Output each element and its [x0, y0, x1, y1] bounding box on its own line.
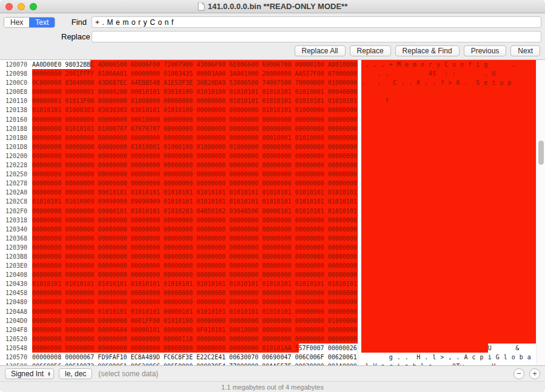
hex-row[interactable]: 12009800000000 2001FFFF 0100AA01 0000000… — [0, 69, 536, 78]
ascii-text[interactable] — [358, 297, 536, 307]
decrease-font-button[interactable]: − — [513, 368, 524, 379]
ascii-text-pre[interactable]: g . . H . l > , . A c p i G l o b a — [361, 353, 531, 362]
hex-row[interactable]: 12013801010101 01000303 03030303 0301010… — [0, 105, 536, 115]
hex-bytes[interactable]: 00000000 00000000 00000000 0001FF00 0101… — [30, 316, 358, 325]
hex-row[interactable]: 120070AA0D00E0 98032BBC 4D006500 6D006F0… — [0, 60, 536, 69]
replace-all-button[interactable]: Replace All — [295, 45, 346, 56]
ascii-text[interactable] — [358, 105, 536, 115]
ascii-text-selection[interactable] — [361, 279, 536, 288]
ascii-text-selection[interactable] — [361, 133, 536, 142]
hex-row[interactable]: 1204A800000000 00000000 01010101 0101010… — [0, 307, 536, 316]
ascii-text[interactable]: l V a r i a b l e 0Tw .U — [358, 362, 536, 366]
hex-bytes-selection[interactable]: 00000000 00000001 00000200 00010101 0301… — [32, 87, 358, 96]
endianness-button[interactable]: le, dec — [59, 368, 92, 379]
hex-row[interactable]: 12027800000000 00000000 00000000 0000000… — [0, 179, 536, 188]
hex-bytes[interactable]: 00000000 00000000 00000000 00000000 0000… — [30, 133, 358, 142]
ascii-text[interactable] — [358, 124, 536, 133]
hex-row[interactable]: 1204F800000000 00000000 00000604 0000010… — [0, 325, 536, 334]
ascii-text[interactable] — [358, 115, 536, 124]
hex-bytes[interactable]: 00000000 00000000 00010101 01010101 0101… — [30, 188, 358, 197]
hex-bytes[interactable]: 01010101 01010101 01010101 01010101 0101… — [30, 279, 358, 288]
replace-and-find-button[interactable]: Replace & Find — [395, 45, 460, 56]
hex-row[interactable]: 12039000000000 00000000 00000000 0000000… — [0, 243, 536, 252]
hex-row[interactable]: 12031800000000 00000000 00000000 0000000… — [0, 216, 536, 225]
hex-row[interactable]: 12048000000000 00000000 00000000 0000000… — [0, 297, 536, 307]
ascii-text-selection[interactable] — [361, 151, 536, 161]
ascii-text-selection[interactable] — [361, 124, 536, 133]
ascii-text[interactable]: . . C . . K . . ? > 6 . S e t u p — [358, 78, 536, 87]
scrollbar-thumb[interactable] — [538, 141, 544, 165]
ascii-text[interactable] — [358, 170, 536, 179]
hex-row[interactable]: 12054800000000 00000000 00000000 0000000… — [0, 344, 536, 353]
hex-bytes-selection[interactable]: 00000001 01013F00 00000000 01000000 0000… — [32, 96, 358, 105]
hex-row[interactable]: 12040800000000 00000000 00000000 0000000… — [0, 270, 536, 279]
ascii-text-selection[interactable] — [361, 234, 536, 243]
hex-bytes-selection[interactable]: 00000000 00000000 00000000 00000000 0000… — [32, 243, 358, 252]
ascii-text[interactable]: . . 45 : : . U — [358, 69, 536, 78]
hex-row[interactable]: 12022800000000 00000000 00000000 0000000… — [0, 161, 536, 170]
ascii-text[interactable] — [358, 207, 536, 216]
ascii-text-selection[interactable] — [361, 261, 536, 270]
hex-bytes-selection[interactable]: 00000000 00000000 00000000 00000000 0000… — [32, 179, 358, 188]
hex-bytes-selection[interactable]: 00000000 00000000 00000000 01010001 0100… — [32, 142, 358, 151]
ascii-text[interactable] — [358, 151, 536, 161]
hex-bytes-selection[interactable]: 00000000 01010101 01000707 07070707 0000… — [32, 124, 358, 133]
hex-bytes[interactable]: 00000000 00000000 01010101 01010101 0000… — [30, 307, 358, 316]
hex-row[interactable]: 12011000000001 01013F00 00000000 0100000… — [0, 96, 536, 105]
ascii-text-selection[interactable] — [361, 170, 536, 179]
mode-text-button[interactable]: Text — [29, 18, 55, 27]
hex-bytes-selection[interactable]: 00000000 00000000 00000000 0001FF00 0101… — [32, 316, 358, 325]
hex-rows[interactable]: 120070AA0D00E0 98032BBC 4D006500 6D006F0… — [0, 60, 536, 365]
hex-bytes[interactable]: 00000000 00000000 00000000 00000000 0000… — [30, 161, 358, 170]
hex-row[interactable]: 1204D000000000 00000000 00000000 0001FF0… — [0, 316, 536, 325]
hex-bytes-selection[interactable]: 01010101 01000303 03030303 03010101 0101… — [32, 105, 358, 115]
hex-bytes[interactable]: 0C000000 83040000 43D687EC A4EBB54B A1E5… — [30, 78, 358, 87]
hex-bytes[interactable]: 00000000 00000000 00000000 00000000 0000… — [30, 151, 358, 161]
hex-bytes-pre[interactable]: AA0D00E0 98032BB — [32, 60, 90, 69]
hex-row[interactable]: 1202C801010101 01010909 09090909 0909090… — [0, 197, 536, 206]
ascii-text-post[interactable]: U & — [488, 344, 520, 353]
hex-row[interactable]: 1202A000000000 00000000 00010101 0101010… — [0, 188, 536, 197]
hex-bytes-selection[interactable]: 00000000 00000000 00000000 00000000 0000… — [32, 234, 358, 243]
hex-bytes-selection[interactable]: 00000000 00000000 00000000 00000000 0000… — [32, 261, 358, 270]
ascii-text-selection[interactable] — [361, 252, 536, 261]
hex-bytes-selection[interactable]: 00000000 00000000 00000000 00000000 0000… — [32, 161, 358, 170]
ascii-text-selection[interactable] — [361, 288, 536, 297]
ascii-text-selection[interactable] — [361, 225, 536, 234]
hex-bytes[interactable]: 00000000 2001FFFF 0100AA01 00000000 0100… — [30, 69, 358, 78]
previous-button[interactable]: Previous — [464, 45, 507, 56]
ascii-text[interactable] — [358, 252, 536, 261]
ascii-text-selection[interactable] — [361, 243, 536, 252]
ascii-text-selection[interactable] — [361, 87, 536, 96]
hex-bytes-selection[interactable]: 00000000 00000000 00010101 01010101 0101… — [32, 188, 358, 197]
increase-font-button[interactable]: + — [529, 368, 540, 379]
replace-input[interactable] — [92, 31, 541, 42]
hex-bytes-selection[interactable]: 00000000 00000000 00000000 00000000 0000… — [32, 216, 358, 225]
ascii-text[interactable] — [358, 179, 536, 188]
ascii-text-selection[interactable] — [361, 115, 536, 124]
close-button[interactable] — [5, 3, 13, 10]
hex-bytes[interactable]: 00000000 00000000 00000101 01010101 0101… — [30, 207, 358, 216]
ascii-text[interactable]: .U & — [358, 344, 536, 353]
ascii-text[interactable] — [358, 216, 536, 225]
ascii-text-selection[interactable] — [361, 216, 536, 225]
next-button[interactable]: Next — [510, 45, 540, 56]
hex-row[interactable]: 12020000000000 00000000 00000000 0000000… — [0, 151, 536, 161]
hex-bytes-selection[interactable]: 00000000 00000000 00000000 00000000 0000… — [32, 133, 358, 142]
find-input[interactable] — [92, 16, 541, 28]
minimize-button[interactable] — [18, 3, 25, 10]
hex-bytes-selection[interactable]: 00000000 00000000 00000000 00000000 0000… — [32, 288, 358, 297]
ascii-text-selection[interactable] — [361, 325, 536, 334]
hex-bytes-selection[interactable]: 00000000 00000000 00000000 00000000 0000… — [32, 270, 358, 279]
hex-row[interactable]: 1202F000000000 00000000 00000101 0101010… — [0, 207, 536, 216]
hex-row[interactable]: 12043001010101 01010101 01010101 0101010… — [0, 279, 536, 288]
hex-bytes[interactable]: 00000000 00000000 00000000 00000000 0000… — [30, 288, 358, 297]
ascii-text[interactable] — [358, 261, 536, 270]
hex-row[interactable]: 1203E000000000 00000000 00000000 0000000… — [0, 261, 536, 270]
hex-bytes-selection[interactable]: 00000000 00000000 00000000 00010000 0000… — [32, 115, 358, 124]
ascii-text-selection[interactable] — [361, 179, 536, 188]
ascii-text[interactable] — [358, 142, 536, 151]
hex-bytes-pre[interactable]: 006C0056 00610072 00690061 0062006C 0065… — [32, 362, 357, 366]
hex-bytes[interactable]: 00000000 00000001 00000200 00010101 0301… — [30, 87, 358, 96]
hex-bytes[interactable]: 00000000 00000000 00000000 00000000 0000… — [30, 270, 358, 279]
